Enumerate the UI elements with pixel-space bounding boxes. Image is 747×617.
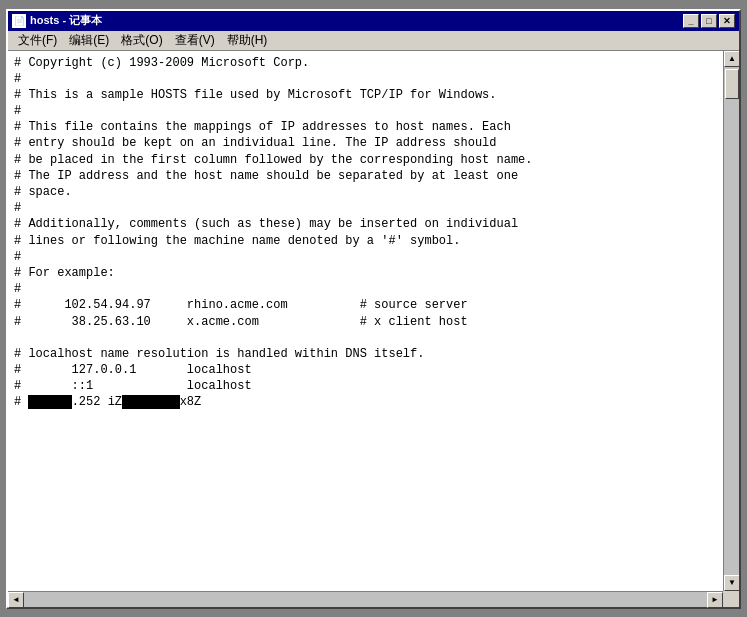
scroll-track-vertical[interactable] xyxy=(724,67,739,575)
menu-format[interactable]: 格式(O) xyxy=(115,31,168,50)
vertical-scrollbar[interactable]: ▲ ▼ xyxy=(723,51,739,591)
menu-file[interactable]: 文件(F) xyxy=(12,31,63,50)
scroll-up-button[interactable]: ▲ xyxy=(724,51,739,67)
scrollbars-row: ◄ ► xyxy=(8,591,739,607)
maximize-button[interactable]: □ xyxy=(701,14,717,28)
main-window: 📄 hosts - 记事本 _ □ ✕ 文件(F) 编辑(E) 格式(O) 查看… xyxy=(6,9,741,609)
menu-view[interactable]: 查看(V) xyxy=(169,31,221,50)
scroll-thumb-vertical[interactable] xyxy=(725,69,739,99)
scroll-right-button[interactable]: ► xyxy=(707,592,723,608)
scroll-left-button[interactable]: ◄ xyxy=(8,592,24,608)
app-icon: 📄 xyxy=(12,14,26,28)
content-area: # Copyright (c) 1993-2009 Microsoft Corp… xyxy=(8,51,739,591)
scroll-track-horizontal[interactable] xyxy=(24,592,707,607)
menu-bar: 文件(F) 编辑(E) 格式(O) 查看(V) 帮助(H) xyxy=(8,31,739,51)
menu-help[interactable]: 帮助(H) xyxy=(221,31,274,50)
text-editor[interactable]: # Copyright (c) 1993-2009 Microsoft Corp… xyxy=(8,51,723,591)
title-buttons: _ □ ✕ xyxy=(683,14,735,28)
title-bar: 📄 hosts - 记事本 _ □ ✕ xyxy=(8,11,739,31)
menu-edit[interactable]: 编辑(E) xyxy=(63,31,115,50)
window-title: hosts - 记事本 xyxy=(30,13,102,28)
title-bar-left: 📄 hosts - 记事本 xyxy=(12,13,102,28)
horizontal-scrollbar[interactable]: ◄ ► xyxy=(8,591,723,607)
scroll-down-button[interactable]: ▼ xyxy=(724,575,739,591)
close-button[interactable]: ✕ xyxy=(719,14,735,28)
minimize-button[interactable]: _ xyxy=(683,14,699,28)
scrollbar-corner xyxy=(723,591,739,607)
